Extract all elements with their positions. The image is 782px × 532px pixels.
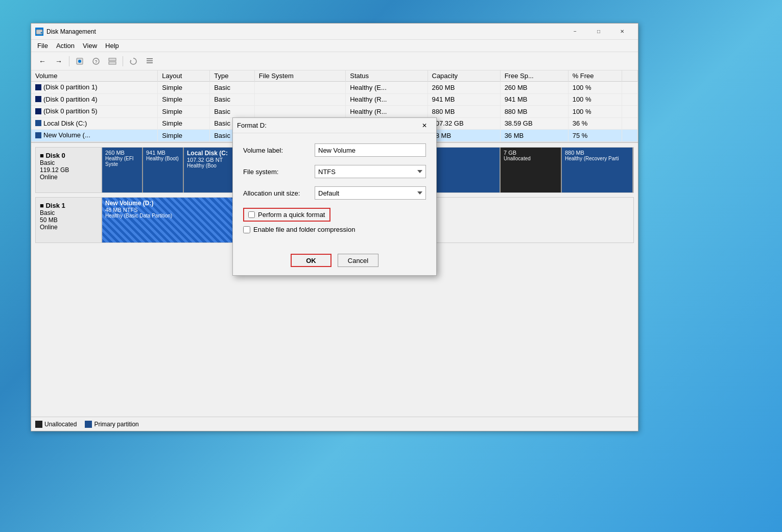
svg-rect-9 [147, 60, 153, 61]
legend-primary-label: Primary partition [94, 421, 138, 428]
vol-pct: 100 % [568, 106, 622, 118]
legend-bar: Unallocated Primary partition [31, 417, 638, 431]
toolbar-separator-2 [123, 56, 123, 66]
file-system-select[interactable]: NTFS FAT32 exFAT [315, 165, 426, 178]
close-button[interactable]: ✕ [610, 23, 634, 40]
partition-efi[interactable]: 260 MB Healthy (EFI Syste [102, 148, 143, 192]
vol-capacity: 107.32 GB [428, 117, 500, 130]
rescan-button[interactable] [126, 54, 140, 68]
menu-view[interactable]: View [79, 41, 101, 51]
col-volume: Volume [31, 70, 158, 82]
vol-layout: Simple [158, 82, 210, 94]
quick-format-highlight: Perform a quick format [243, 208, 330, 222]
vol-status: Healthy (E... [346, 82, 428, 94]
table-header-row: Volume Layout Type File System Status Ca… [31, 70, 638, 82]
legend-primary-icon [85, 421, 92, 428]
vol-capacity: 260 MB [428, 82, 500, 94]
dialog-footer: OK Cancel [233, 248, 436, 275]
maximize-button[interactable]: □ [587, 23, 610, 40]
disk-0-type: Basic [40, 159, 97, 166]
forward-button[interactable]: → [52, 54, 66, 68]
cancel-button[interactable]: Cancel [338, 254, 378, 267]
back-button[interactable]: ← [35, 54, 50, 68]
vol-free: 38.59 GB [500, 117, 568, 130]
disk-0-name: ■ Disk 0 [40, 152, 97, 159]
volume-label-input[interactable] [315, 143, 426, 157]
format-dialog: Format D: ✕ Volume label: File system: N… [232, 117, 437, 276]
window-controls: − □ ✕ [563, 23, 634, 40]
col-free: Free Sp... [500, 70, 568, 82]
vol-fs [254, 93, 345, 106]
quick-format-label[interactable]: Perform a quick format [258, 211, 325, 219]
menubar: File Action View Help [31, 40, 638, 52]
disk-1-type: Basic [40, 209, 97, 216]
vol-layout: Simple [158, 130, 210, 142]
volume-view-button[interactable] [105, 54, 120, 68]
vol-free: 260 MB [500, 82, 568, 94]
partition-recovery[interactable]: 880 MB Healthy (Recovery Parti [562, 148, 633, 192]
vol-pct: 100 % [568, 93, 622, 106]
vol-pct: 36 % [568, 117, 622, 130]
disk-1-size: 50 MB [40, 216, 97, 224]
minimize-button[interactable]: − [563, 23, 587, 40]
properties-button[interactable] [143, 54, 157, 68]
svg-rect-11 [147, 58, 153, 59]
help-button[interactable]: ? [89, 54, 103, 68]
svg-point-3 [78, 60, 81, 63]
dialog-body: Volume label: File system: NTFS FAT32 ex… [233, 133, 436, 248]
app-icon [35, 28, 43, 36]
menu-file[interactable]: File [33, 41, 52, 51]
disk-1-name: ■ Disk 1 [40, 202, 97, 209]
vol-free: 880 MB [500, 106, 568, 118]
modal-titlebar: Format D: ✕ [233, 118, 436, 133]
ok-button[interactable]: OK [291, 254, 331, 267]
volume-label-label: Volume label: [243, 147, 315, 154]
compression-row: Enable file and folder compression [243, 226, 426, 233]
disk-0-label: ■ Disk 0 Basic 119.12 GB Online [36, 148, 102, 192]
partition-unallocated[interactable]: 7 GB Unallocated [501, 148, 562, 192]
file-system-row: File system: NTFS FAT32 exFAT [243, 165, 426, 178]
vol-layout: Simple [158, 106, 210, 118]
disk-0-status: Online [40, 174, 97, 181]
col-extra [622, 70, 638, 82]
vol-name: (Disk 0 partition 1) [31, 82, 158, 94]
alloc-unit-select[interactable]: Default 512 1024 4096 [315, 186, 426, 200]
svg-rect-6 [109, 58, 116, 61]
disk-management-window: Disk Management − □ ✕ File Action View H… [31, 23, 638, 431]
disk-properties-button[interactable] [73, 54, 87, 68]
toolbar: ← → ? [31, 52, 638, 70]
vol-name: (Disk 0 partition 4) [31, 93, 158, 106]
vol-status: Healthy (R... [346, 106, 428, 118]
vol-type: Basic [210, 106, 255, 118]
table-row[interactable]: (Disk 0 partition 5) Simple Basic Health… [31, 106, 638, 118]
legend-primary: Primary partition [85, 421, 138, 428]
partition-boot[interactable]: 941 MB Healthy (Boot) [143, 148, 184, 192]
vol-fs [254, 106, 345, 118]
table-row[interactable]: (Disk 0 partition 1) Simple Basic Health… [31, 82, 638, 94]
svg-marker-8 [130, 60, 132, 61]
vol-capacity: 48 MB [428, 130, 500, 142]
quick-format-checkbox[interactable] [248, 211, 255, 218]
vol-layout: Simple [158, 117, 210, 130]
svg-rect-10 [147, 62, 153, 63]
menu-help[interactable]: Help [101, 41, 123, 51]
svg-text:?: ? [95, 59, 98, 64]
vol-capacity: 880 MB [428, 106, 500, 118]
col-capacity: Capacity [428, 70, 500, 82]
col-layout: Layout [158, 70, 210, 82]
vol-layout: Simple [158, 93, 210, 106]
vol-capacity: 941 MB [428, 93, 500, 106]
dialog-close-button[interactable]: ✕ [417, 119, 432, 132]
compression-label[interactable]: Enable file and folder compression [253, 226, 355, 233]
disk-1-status: Online [40, 224, 97, 231]
titlebar: Disk Management − □ ✕ [31, 23, 638, 40]
vol-status: Healthy (R... [346, 93, 428, 106]
compression-checkbox[interactable] [243, 226, 250, 233]
window-title: Disk Management [46, 28, 563, 35]
menu-action[interactable]: Action [52, 41, 79, 51]
volume-label-row: Volume label: [243, 143, 426, 157]
col-fs: File System [254, 70, 345, 82]
col-pct-free: % Free [568, 70, 622, 82]
disk-0-size: 119.12 GB [40, 166, 97, 174]
table-row[interactable]: (Disk 0 partition 4) Simple Basic Health… [31, 93, 638, 106]
